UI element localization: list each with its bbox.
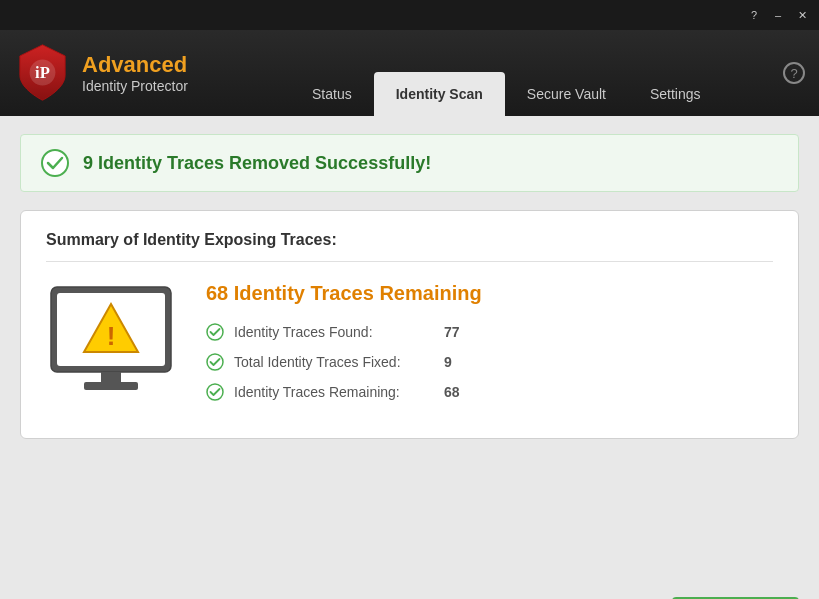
traces-remaining-label: 68 Identity Traces Remaining bbox=[206, 282, 773, 305]
help-button[interactable]: ? bbox=[783, 62, 805, 84]
svg-point-11 bbox=[207, 384, 223, 400]
header: iP Advanced Identity Protector Status Id… bbox=[0, 30, 819, 116]
stat-value-remaining: 68 bbox=[444, 384, 460, 400]
success-message: 9 Identity Traces Removed Successfully! bbox=[83, 153, 431, 174]
stat-value-fixed: 9 bbox=[444, 354, 452, 370]
stat-label-remaining: Identity Traces Remaining: bbox=[234, 384, 434, 400]
summary-body: ! 68 Identity Traces Remaining Identity … bbox=[46, 282, 773, 413]
svg-rect-6 bbox=[84, 382, 138, 390]
summary-card: Summary of Identity Exposing Traces: ! 6… bbox=[20, 210, 799, 439]
tab-secure-vault[interactable]: Secure Vault bbox=[505, 72, 628, 116]
header-right: ? bbox=[779, 30, 819, 116]
nav-tabs: Status Identity Scan Secure Vault Settin… bbox=[280, 30, 779, 116]
logo-shield-icon: iP bbox=[15, 43, 70, 103]
logo-text: Advanced Identity Protector bbox=[82, 52, 188, 94]
monitor-icon: ! bbox=[46, 282, 176, 397]
help-titlebar-button[interactable]: ? bbox=[745, 6, 763, 24]
logo-sub-text: Identity Protector bbox=[82, 78, 188, 94]
stat-check-icon-fixed bbox=[206, 353, 224, 371]
main-content: 9 Identity Traces Removed Successfully! … bbox=[0, 134, 819, 582]
tab-status[interactable]: Status bbox=[290, 72, 374, 116]
svg-point-2 bbox=[42, 150, 68, 176]
stat-value-found: 77 bbox=[444, 324, 460, 340]
svg-point-10 bbox=[207, 354, 223, 370]
summary-details: 68 Identity Traces Remaining Identity Tr… bbox=[206, 282, 773, 413]
svg-text:!: ! bbox=[107, 321, 116, 351]
tab-settings[interactable]: Settings bbox=[628, 72, 723, 116]
stat-check-icon-remaining bbox=[206, 383, 224, 401]
tab-identity-scan[interactable]: Identity Scan bbox=[374, 72, 505, 116]
stat-check-icon-found bbox=[206, 323, 224, 341]
logo-area: iP Advanced Identity Protector bbox=[0, 30, 280, 116]
stat-label-fixed: Total Identity Traces Fixed: bbox=[234, 354, 434, 370]
svg-text:iP: iP bbox=[35, 63, 50, 82]
title-bar: ? – ✕ bbox=[0, 0, 819, 30]
success-check-icon bbox=[41, 149, 69, 177]
stat-row-remaining: Identity Traces Remaining: 68 bbox=[206, 383, 773, 401]
finish-area: Finish bbox=[0, 582, 819, 599]
logo-advanced-text: Advanced bbox=[82, 52, 188, 78]
stat-row-fixed: Total Identity Traces Fixed: 9 bbox=[206, 353, 773, 371]
stat-row-found: Identity Traces Found: 77 bbox=[206, 323, 773, 341]
svg-point-9 bbox=[207, 324, 223, 340]
stat-label-found: Identity Traces Found: bbox=[234, 324, 434, 340]
summary-title: Summary of Identity Exposing Traces: bbox=[46, 231, 773, 262]
minimize-button[interactable]: – bbox=[769, 6, 787, 24]
close-button[interactable]: ✕ bbox=[793, 6, 811, 24]
success-banner: 9 Identity Traces Removed Successfully! bbox=[20, 134, 799, 192]
